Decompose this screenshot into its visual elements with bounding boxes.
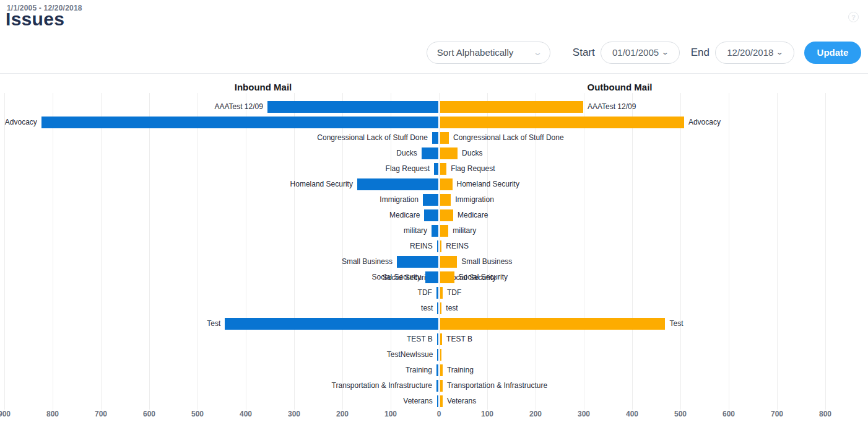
tick-label: 900 xyxy=(0,410,11,418)
end-date-picker[interactable]: 12/20/2018 ⌄ xyxy=(715,42,794,64)
inbound-bar[interactable] xyxy=(437,302,438,314)
inbound-bar[interactable] xyxy=(436,380,438,392)
outbound-bar[interactable] xyxy=(440,380,443,392)
outbound-bar[interactable] xyxy=(440,318,665,330)
tick-label: 200 xyxy=(336,410,349,418)
outbound-bar[interactable] xyxy=(440,333,442,345)
chart-row: ImmigrationImmigration xyxy=(0,192,868,208)
chart-row: Small BusinessSmall Business xyxy=(0,254,868,270)
inbound-bar[interactable] xyxy=(437,333,438,345)
inbound-bar[interactable] xyxy=(422,147,438,159)
inbound-bar[interactable] xyxy=(432,225,438,237)
outbound-bar[interactable] xyxy=(440,225,448,237)
sort-select[interactable]: Sort Alphabetically ⌄ xyxy=(427,42,550,64)
inbound-row-label: test xyxy=(421,301,433,316)
inbound-row-label: TEST B xyxy=(407,332,433,347)
outbound-row-label: military xyxy=(453,223,476,239)
outbound-bar[interactable] xyxy=(440,349,441,361)
inbound-row-label: Test xyxy=(207,316,220,332)
outbound-row-label: Ducks xyxy=(462,146,482,161)
inbound-bar[interactable] xyxy=(437,240,438,252)
inbound-bar[interactable] xyxy=(225,318,438,330)
chart-row: Flag RequestFlag Request xyxy=(0,161,868,177)
tick-label: 800 xyxy=(46,410,59,418)
chart-row: MedicareMedicare xyxy=(0,208,868,223)
chart-row: AdvocacyAdvocacy xyxy=(0,115,868,130)
outbound-bar[interactable] xyxy=(440,395,443,407)
outbound-bar[interactable] xyxy=(440,364,443,376)
tick-label: 700 xyxy=(771,410,783,418)
start-date-picker[interactable]: 01/01/2005 ⌄ xyxy=(601,42,680,64)
inbound-row-label: Ducks xyxy=(396,146,417,161)
tick-label: 100 xyxy=(481,410,493,418)
inbound-bar[interactable] xyxy=(267,101,438,113)
inbound-row-label: Homeland Security xyxy=(290,177,353,192)
outbound-bar[interactable] xyxy=(440,194,451,206)
inbound-bar[interactable] xyxy=(437,349,438,361)
outbound-mail-header: Outbound Mail xyxy=(588,82,653,92)
tick-label: 0 xyxy=(437,410,441,418)
inbound-bar[interactable] xyxy=(436,287,438,299)
inbound-row-label: Flag Request xyxy=(386,161,430,177)
inbound-row-label: Training xyxy=(406,363,432,378)
update-button[interactable]: Update xyxy=(804,42,861,64)
tick-label: 600 xyxy=(723,410,735,418)
inbound-bar[interactable] xyxy=(437,395,438,407)
inbound-bar[interactable] xyxy=(424,209,438,221)
inbound-row-label: Small Business xyxy=(342,254,393,270)
help-icon[interactable]: ? xyxy=(848,12,859,22)
outbound-bar[interactable] xyxy=(440,163,446,175)
outbound-bar[interactable] xyxy=(440,101,583,113)
outbound-row-label: Flag Request xyxy=(451,161,495,177)
outbound-row-label: Social Security xyxy=(459,270,508,285)
outbound-row-label: Test xyxy=(669,316,683,332)
outbound-bar[interactable] xyxy=(440,209,453,221)
outbound-row-label: Small Business xyxy=(461,254,512,270)
chart-row: TDFTDF xyxy=(0,285,868,301)
inbound-bar[interactable] xyxy=(436,364,438,376)
chart-row: VeteransVeterans xyxy=(0,394,868,409)
outbound-bar[interactable] xyxy=(440,271,454,283)
outbound-row-label: Immigration xyxy=(455,192,494,208)
outbound-bar[interactable] xyxy=(440,240,441,252)
end-date-value: 12/20/2018 xyxy=(727,47,773,58)
outbound-row-label: Congressional Lack of Stuff Done xyxy=(453,130,564,146)
outbound-bar[interactable] xyxy=(440,178,453,190)
inbound-bar[interactable] xyxy=(425,271,438,283)
start-label: Start xyxy=(573,46,595,59)
outbound-bar[interactable] xyxy=(440,147,458,159)
page-title: Issues xyxy=(6,9,64,30)
inbound-bar[interactable] xyxy=(357,178,438,190)
outbound-bar[interactable] xyxy=(440,256,457,268)
outbound-bar[interactable] xyxy=(440,302,441,314)
outbound-row-label: Transportation & Infrastructure xyxy=(447,378,547,394)
inbound-row-label: Social Security xyxy=(372,270,421,285)
outbound-bar[interactable] xyxy=(440,117,684,128)
inbound-row-label: military xyxy=(404,223,427,239)
outbound-row-label: TEST B xyxy=(446,332,472,347)
outbound-bar[interactable] xyxy=(440,132,449,144)
outbound-row-label: AAATest 12/09 xyxy=(588,99,636,115)
tick-label: 500 xyxy=(191,410,204,418)
outbound-row-label: Training xyxy=(447,363,474,378)
chart-row: Congressional Lack of Stuff DoneCongress… xyxy=(0,130,868,146)
inbound-row-label: Immigration xyxy=(380,192,419,208)
tick-label: 300 xyxy=(288,410,300,418)
chart-row: TestNewIssue xyxy=(0,347,868,363)
inbound-bar[interactable] xyxy=(41,117,438,128)
tick-label: 600 xyxy=(143,410,155,418)
x-axis: 9008007006005004003002001000100200300400… xyxy=(0,410,868,422)
chart-row: Transportation & InfrastructureTransport… xyxy=(0,378,868,394)
inbound-bar[interactable] xyxy=(423,194,438,206)
outbound-row-label: test xyxy=(446,301,458,316)
inbound-bar[interactable] xyxy=(397,256,438,268)
tick-label: 800 xyxy=(819,410,831,418)
chevron-down-icon: ⌄ xyxy=(776,49,784,56)
tick-label: 300 xyxy=(578,410,590,418)
chart-row: TrainingTraining xyxy=(0,363,868,378)
inbound-bar[interactable] xyxy=(434,163,438,175)
outbound-bar[interactable] xyxy=(440,287,443,299)
inbound-bar[interactable] xyxy=(432,132,438,144)
chart-row: Social SecuritySocial SecuritySocial Sec… xyxy=(0,270,868,285)
inbound-row-label: AAATest 12/09 xyxy=(214,99,263,115)
